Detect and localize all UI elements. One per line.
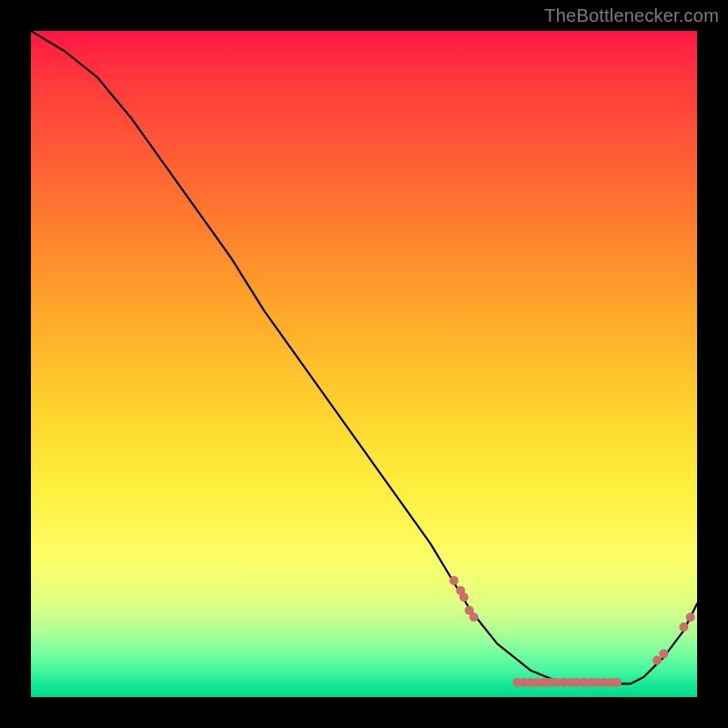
- credit-text: TheBottlenecker.com: [544, 5, 719, 26]
- data-marker: [679, 622, 688, 632]
- chart-stage: TheBottlenecker.com: [0, 0, 728, 728]
- data-marker: [659, 649, 668, 658]
- data-marker: [652, 656, 662, 665]
- data-marker: [612, 678, 622, 687]
- chart-svg: [31, 31, 697, 697]
- bottleneck-curve: [31, 31, 697, 683]
- plot-area: [31, 31, 697, 697]
- data-marker: [686, 612, 695, 622]
- data-marker: [460, 592, 469, 602]
- data-marker: [470, 612, 479, 622]
- data-marker: [450, 576, 459, 585]
